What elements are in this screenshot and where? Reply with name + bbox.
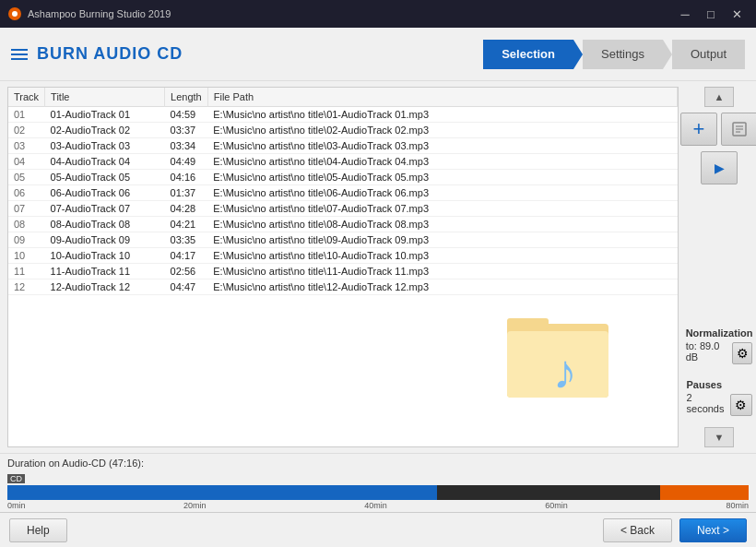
step-selection[interactable]: Selection — [483, 40, 573, 69]
track-table: Track Title Length File Path 01 01-Audio… — [8, 88, 678, 295]
table-row[interactable]: 10 10-AudioTrack 10 04:17 E:\Music\no ar… — [8, 248, 678, 264]
marker-80: 80min — [726, 501, 749, 510]
cell-path: E:\Music\no artist\no title\06-AudioTrac… — [207, 185, 677, 201]
cell-track: 08 — [8, 217, 45, 232]
footer: Help < Back Next > — [0, 512, 756, 547]
table-row[interactable]: 05 05-AudioTrack 05 04:16 E:\Music\no ar… — [8, 170, 678, 185]
add-track-button[interactable]: + — [680, 113, 717, 146]
content-area: Track Title Length File Path 01 01-Audio… — [0, 81, 756, 453]
page-title: BURN AUDIO CD — [37, 44, 183, 64]
normalization-settings-button[interactable]: ⚙ — [732, 342, 753, 364]
cell-length: 04:28 — [165, 201, 208, 217]
table-row[interactable]: 11 11-AudioTrack 11 02:56 E:\Music\no ar… — [8, 264, 678, 279]
step-output[interactable]: Output — [672, 40, 745, 69]
cell-title: 08-AudioTrack 08 — [45, 217, 165, 232]
table-row[interactable]: 02 02-AudioTrack 02 03:37 E:\Music\no ar… — [8, 123, 678, 138]
table-row[interactable]: 06 06-AudioTrack 06 01:37 E:\Music\no ar… — [8, 185, 678, 201]
table-row[interactable]: 01 01-AudioTrack 01 04:59 E:\Music\no ar… — [8, 107, 678, 123]
marker-40: 40min — [364, 501, 387, 510]
cell-length: 03:37 — [165, 123, 208, 138]
edit-track-button[interactable] — [721, 113, 756, 146]
cell-title: 02-AudioTrack 02 — [45, 123, 165, 138]
cell-track: 10 — [8, 248, 45, 264]
help-button[interactable]: Help — [9, 518, 67, 542]
cell-path: E:\Music\no artist\no title\09-AudioTrac… — [207, 232, 677, 248]
cell-path: E:\Music\no artist\no title\12-AudioTrac… — [207, 279, 677, 295]
app-title: Ashampoo Burning Studio 2019 — [28, 8, 171, 19]
normalization-value: to: 89.0 dB — [686, 340, 728, 363]
cell-track: 09 — [8, 232, 45, 248]
table-row[interactable]: 09 09-AudioTrack 09 03:35 E:\Music\no ar… — [8, 232, 678, 248]
table-row[interactable]: 04 04-AudioTrack 04 04:49 E:\Music\no ar… — [8, 154, 678, 170]
header: BURN AUDIO CD Selection Settings Output — [0, 28, 756, 81]
cell-length: 04:16 — [165, 170, 208, 185]
duration-bar-area: Duration on Audio-CD (47:16): CD 0min 20… — [0, 453, 756, 512]
cell-track: 12 — [8, 279, 45, 295]
titlebar: Ashampoo Burning Studio 2019 ─ □ ✕ — [0, 0, 756, 28]
duration-label: Duration on Audio-CD (47:16): — [7, 458, 749, 469]
cell-length: 03:35 — [165, 232, 208, 248]
timeline-overflow — [660, 485, 749, 500]
play-button[interactable]: ▶ — [701, 151, 738, 184]
cell-path: E:\Music\no artist\no title\05-AudioTrac… — [207, 170, 677, 185]
cell-path: E:\Music\no artist\no title\04-AudioTrac… — [207, 154, 677, 170]
cell-title: 05-AudioTrack 05 — [45, 170, 165, 185]
app-icon — [7, 6, 22, 21]
cell-track: 03 — [8, 138, 45, 154]
cell-path: E:\Music\no artist\no title\10-AudioTrac… — [207, 248, 677, 264]
scroll-down-button[interactable]: ▼ — [704, 427, 734, 447]
cell-length: 04:21 — [165, 217, 208, 232]
cell-length: 04:17 — [165, 248, 208, 264]
table-row[interactable]: 03 03-AudioTrack 03 03:34 E:\Music\no ar… — [8, 138, 678, 154]
svg-rect-4 — [507, 331, 608, 398]
cell-track: 06 — [8, 185, 45, 201]
cd-label: CD — [7, 474, 25, 483]
track-panel: Track Title Length File Path 01 01-Audio… — [7, 87, 679, 447]
cell-length: 04:47 — [165, 279, 208, 295]
close-button[interactable]: ✕ — [725, 5, 749, 23]
cell-track: 11 — [8, 264, 45, 279]
main-window: BURN AUDIO CD Selection Settings Output … — [0, 28, 756, 547]
next-button[interactable]: Next > — [679, 518, 747, 542]
pauses-value: 2 seconds — [687, 392, 727, 414]
col-track: Track — [8, 88, 45, 107]
cell-length: 04:59 — [165, 107, 208, 123]
col-length: Length — [165, 88, 208, 107]
normalization-label: Normalization — [686, 327, 753, 339]
pauses-label: Pauses — [687, 379, 752, 390]
timeline-markers: 0min 20min 40min 60min 80min — [7, 501, 749, 510]
cell-track: 04 — [8, 154, 45, 170]
table-row[interactable]: 08 08-AudioTrack 08 04:21 E:\Music\no ar… — [8, 217, 678, 232]
cell-path: E:\Music\no artist\no title\01-AudioTrac… — [207, 107, 677, 123]
svg-rect-2 — [507, 324, 608, 398]
svg-point-1 — [12, 11, 18, 17]
table-row[interactable]: 07 07-AudioTrack 07 04:28 E:\Music\no ar… — [8, 201, 678, 217]
step-settings[interactable]: Settings — [583, 40, 663, 69]
cell-path: E:\Music\no artist\no title\07-AudioTrac… — [207, 201, 677, 217]
cell-title: 09-AudioTrack 09 — [45, 232, 165, 248]
maximize-button[interactable]: □ — [699, 5, 723, 23]
cell-length: 04:49 — [165, 154, 208, 170]
cell-title: 11-AudioTrack 11 — [45, 264, 165, 279]
minimize-button[interactable]: ─ — [673, 5, 697, 23]
cell-track: 01 — [8, 107, 45, 123]
steps-nav: Selection Settings Output — [483, 40, 745, 69]
menu-button[interactable] — [11, 49, 28, 60]
cell-title: 01-AudioTrack 01 — [45, 107, 165, 123]
cell-title: 12-AudioTrack 12 — [45, 279, 165, 295]
scroll-up-button[interactable]: ▲ — [704, 87, 734, 107]
cell-path: E:\Music\no artist\no title\08-AudioTrac… — [207, 217, 677, 232]
table-row[interactable]: 12 12-AudioTrack 12 04:47 E:\Music\no ar… — [8, 279, 678, 295]
back-button[interactable]: < Back — [603, 518, 672, 542]
col-title: Title — [45, 88, 165, 107]
right-panel: ▲ + ▶ Normalization to: 89.0 — [682, 81, 756, 453]
timeline-used — [7, 485, 437, 500]
cell-length: 03:34 — [165, 138, 208, 154]
svg-rect-3 — [507, 318, 549, 329]
pauses-section: Pauses 2 seconds ⚙ — [681, 375, 756, 422]
cell-title: 06-AudioTrack 06 — [45, 185, 165, 201]
pauses-settings-button[interactable]: ⚙ — [730, 394, 751, 416]
cell-path: E:\Music\no artist\no title\02-AudioTrac… — [207, 123, 677, 138]
cell-title: 04-AudioTrack 04 — [45, 154, 165, 170]
marker-0: 0min — [7, 501, 26, 510]
